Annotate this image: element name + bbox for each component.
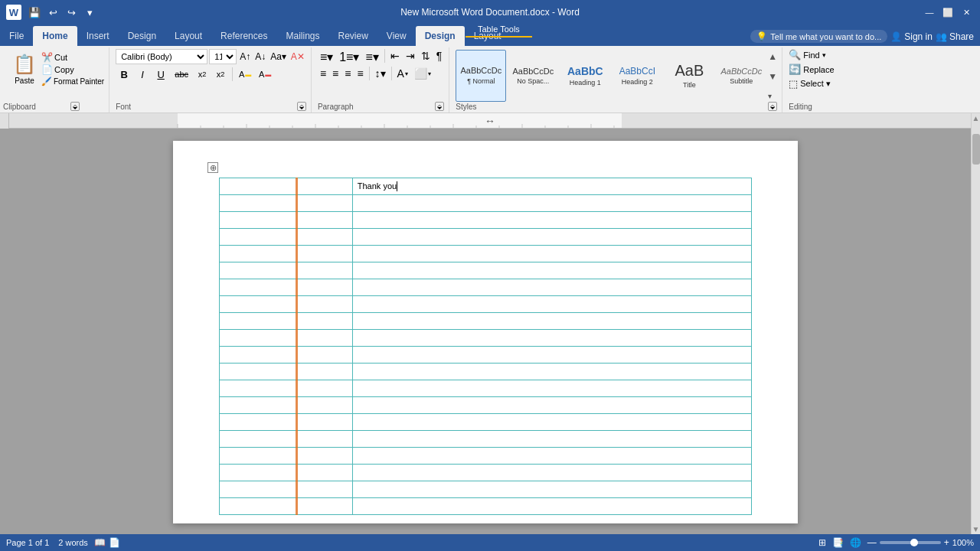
table-cell[interactable] <box>352 313 751 330</box>
table-cell[interactable] <box>220 448 353 465</box>
format-painter-button[interactable]: Format Painter <box>54 77 104 86</box>
view-mode-print[interactable]: 📄 <box>109 537 120 548</box>
select-btn[interactable]: Select ▾ <box>800 79 831 89</box>
show-marks-btn[interactable]: ¶ <box>434 49 445 65</box>
tab-mailings[interactable]: Mailings <box>276 26 328 46</box>
table-cell[interactable] <box>352 364 751 380</box>
subscript-btn[interactable]: x2 <box>194 66 211 83</box>
vertical-scrollbar[interactable]: ▲ ▼ <box>971 113 980 534</box>
increase-font-btn[interactable]: A↑ <box>238 51 252 63</box>
table-cell[interactable] <box>220 364 353 380</box>
strikethrough-btn[interactable]: abc <box>171 66 192 83</box>
style-subtitle[interactable]: AaBbCcDc Subtitle <box>716 50 766 102</box>
close-btn[interactable]: ✕ <box>959 5 974 20</box>
table-cell[interactable] <box>220 313 353 330</box>
table-cell[interactable] <box>220 347 353 364</box>
decrease-font-btn[interactable]: A↓ <box>253 51 267 63</box>
table-cell[interactable] <box>220 212 353 229</box>
paste-button[interactable]: 📋 Paste <box>8 49 41 89</box>
save-quick-btn[interactable]: 💾 <box>26 4 43 21</box>
table-cell[interactable] <box>220 296 353 313</box>
table-cell[interactable] <box>220 380 353 397</box>
line-spacing-btn[interactable]: ↕▾ <box>373 67 388 80</box>
tab-table-design[interactable]: Design <box>416 26 465 46</box>
table-cell[interactable] <box>352 465 751 481</box>
italic-btn[interactable]: I <box>134 66 151 83</box>
shading-btn[interactable]: A▾ <box>395 67 410 80</box>
sort-btn[interactable]: ⇅ <box>419 49 433 65</box>
table-cell[interactable] <box>352 212 751 229</box>
table-cell[interactable] <box>352 498 751 515</box>
table-cell[interactable] <box>220 431 353 448</box>
table-cell[interactable] <box>220 465 353 481</box>
sign-in-btn[interactable]: 👤 Sign in <box>890 31 933 42</box>
text-highlight-btn[interactable]: A▬ <box>236 66 254 83</box>
style-normal[interactable]: AaBbCcDc ¶ Normal <box>456 50 506 102</box>
underline-btn[interactable]: U <box>152 66 169 83</box>
scroll-thumb[interactable] <box>972 134 980 165</box>
justify-btn[interactable]: ≡ <box>354 67 365 80</box>
table-cell[interactable] <box>352 448 751 465</box>
tab-insert[interactable]: Insert <box>77 26 119 46</box>
tell-me-box[interactable]: 💡 Tell me what you want to do... <box>750 30 887 43</box>
table-move-handle[interactable]: ⊕ <box>207 162 218 173</box>
style-no-spacing[interactable]: AaBbCcDc No Spac... <box>508 50 558 102</box>
table-cell[interactable] <box>352 279 751 296</box>
clear-format-btn[interactable]: A✕ <box>289 51 306 63</box>
change-case-btn[interactable]: Aa▾ <box>269 51 288 63</box>
table-cell[interactable] <box>220 262 353 279</box>
table-cell[interactable] <box>220 279 353 296</box>
restore-btn[interactable]: ⬜ <box>940 5 956 20</box>
tab-view[interactable]: View <box>377 26 416 46</box>
scroll-down-btn[interactable]: ▼ <box>972 524 980 534</box>
paragraph-expand-btn[interactable]: ⬙ <box>435 102 444 111</box>
decrease-indent-btn[interactable]: ⇤ <box>388 49 402 65</box>
align-center-btn[interactable]: ≡ <box>330 67 341 80</box>
view-mode-read[interactable]: 📖 <box>94 537 106 548</box>
undo-quick-btn[interactable]: ↩ <box>44 4 61 21</box>
styles-more-btn[interactable]: ▾ <box>768 92 777 100</box>
replace-btn[interactable]: Replace <box>803 65 834 74</box>
zoom-in-btn[interactable]: + <box>944 537 949 548</box>
customize-quick-btn[interactable]: ▾ <box>81 4 98 21</box>
table-cell[interactable] <box>352 431 751 448</box>
superscript-btn[interactable]: x2 <box>212 66 229 83</box>
table-cell[interactable] <box>352 414 751 431</box>
resize-cursor[interactable]: ↔ <box>484 113 496 128</box>
table-cell-content[interactable]: Thank you <box>352 178 751 195</box>
styles-scroll-up-btn[interactable]: ▲ <box>768 51 777 62</box>
tab-design[interactable]: Design <box>119 26 165 46</box>
font-family-selector[interactable]: Calibri (Body) <box>116 49 207 64</box>
tab-file[interactable]: File <box>0 26 33 46</box>
copy-button[interactable]: Copy <box>54 65 74 74</box>
table-cell[interactable] <box>352 330 751 347</box>
table-cell[interactable] <box>352 397 751 414</box>
styles-expand-btn[interactable]: ⬙ <box>768 102 777 111</box>
style-title[interactable]: AaB Title <box>664 50 714 102</box>
redo-quick-btn[interactable]: ↪ <box>63 4 80 21</box>
table-cell[interactable] <box>220 397 353 414</box>
tab-references[interactable]: References <box>211 26 276 46</box>
cut-button[interactable]: Cut <box>54 53 67 62</box>
table-cell[interactable] <box>352 347 751 364</box>
bullets-btn[interactable]: ≡▾ <box>318 49 335 65</box>
numbering-btn[interactable]: 1≡▾ <box>337 49 361 65</box>
styles-scroll-down-btn[interactable]: ▼ <box>768 71 777 82</box>
style-heading2[interactable]: AaBbCcI Heading 2 <box>612 50 662 102</box>
table-cell[interactable] <box>220 330 353 347</box>
font-expand-btn[interactable]: ⬙ <box>297 102 306 111</box>
table-cell[interactable] <box>220 229 353 246</box>
find-btn[interactable]: Find <box>803 51 819 60</box>
borders-btn[interactable]: ⬜▾ <box>412 67 433 80</box>
view-web-btn[interactable]: 🌐 <box>850 537 861 548</box>
table-cell[interactable] <box>220 481 353 498</box>
zoom-out-btn[interactable]: — <box>867 537 877 548</box>
tab-layout[interactable]: Layout <box>165 26 211 46</box>
table-cell[interactable] <box>220 498 353 515</box>
table-cell[interactable] <box>352 195 751 212</box>
table-cell[interactable] <box>220 246 353 262</box>
table-cell[interactable] <box>352 481 751 498</box>
align-right-btn[interactable]: ≡ <box>342 67 353 80</box>
table-cell[interactable] <box>220 195 353 212</box>
view-layout-btn[interactable]: ⊞ <box>818 537 826 548</box>
